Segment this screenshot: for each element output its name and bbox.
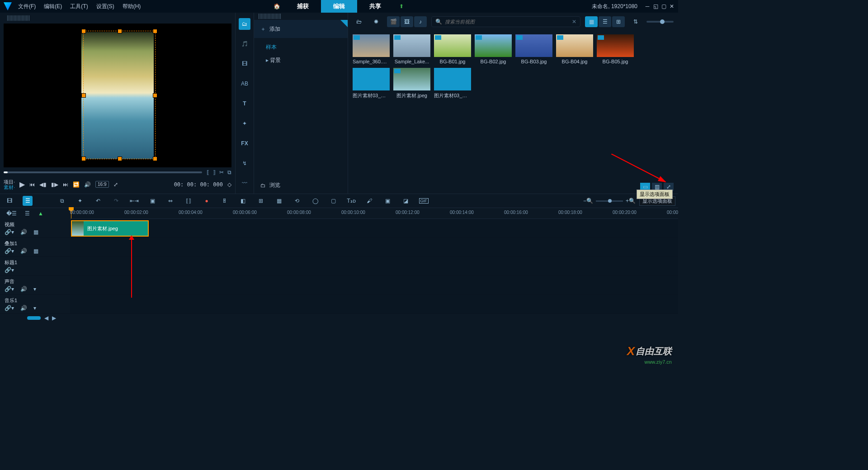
expand-icon[interactable]: ⤢ (113, 181, 118, 188)
handle-br[interactable] (153, 157, 157, 161)
zoom-out-icon[interactable]: −🔍 (583, 196, 593, 206)
filter-image-icon[interactable]: 🖼 (401, 16, 413, 27)
addtrack-icon[interactable]: ▲ (38, 210, 43, 217)
library-thumb[interactable]: BG-B05.jpg (597, 34, 634, 64)
nextframe-button[interactable]: ▮▶ (51, 181, 58, 188)
filter-audio-icon[interactable]: ♪ (414, 16, 427, 27)
tool-trim-icon[interactable]: ⟦⟧ (184, 196, 193, 206)
play-button[interactable]: ▶ (19, 180, 25, 189)
search-input[interactable] (445, 19, 569, 24)
fx-icon[interactable]: FX (239, 138, 250, 149)
path-icon[interactable]: 〰 (239, 177, 250, 189)
win-close[interactable]: ✕ (669, 4, 675, 9)
mute-icon[interactable]: 🔊 (20, 229, 27, 235)
grip-icon[interactable] (259, 14, 281, 19)
timecode-step[interactable]: ◇ (227, 181, 231, 188)
menu-edit[interactable]: 编辑(E) (44, 3, 62, 10)
tool-record-icon[interactable]: ● (202, 196, 212, 206)
zoom-slider[interactable] (596, 200, 623, 202)
grid-icon[interactable]: ▦ (33, 248, 38, 254)
motion-icon[interactable]: 🎞 (239, 58, 250, 70)
grip-icon[interactable] (7, 15, 30, 21)
tool-ripple-icon[interactable]: ⟲ (292, 196, 302, 206)
selection-box[interactable] (83, 31, 156, 159)
media-icon[interactable]: 🗂 (239, 18, 250, 30)
zoom-in-icon[interactable]: +🔍 (626, 196, 636, 206)
tree-sample[interactable]: 样本 (254, 41, 348, 54)
win-minimize[interactable]: ─ (645, 4, 650, 9)
tool-track-icon[interactable]: ▦ (274, 196, 284, 206)
goend-button[interactable]: ⏭ (63, 181, 68, 188)
view-list-icon[interactable]: ☰ (599, 16, 611, 27)
overlay-icon[interactable]: ✦ (239, 118, 250, 129)
chevron-down-icon[interactable]: ▾ (33, 286, 36, 292)
handle-mr[interactable] (153, 93, 157, 98)
scroll-right-icon[interactable]: ▶ (52, 315, 56, 321)
tool-360-icon[interactable]: ◯ (310, 196, 320, 206)
tool-capture-icon[interactable]: ▣ (147, 196, 157, 206)
timeline-view-icon[interactable]: ☰ (23, 196, 33, 206)
library-thumb[interactable]: BG-B04.jpg (556, 34, 593, 64)
library-thumb[interactable]: BG-B01.jpg (434, 34, 471, 64)
grid-icon[interactable]: ▦ (33, 229, 38, 235)
loop-button[interactable]: 🔁 (73, 181, 80, 188)
tool-3dtitle-icon[interactable]: T₃ᴅ (346, 196, 356, 206)
clear-search-icon[interactable]: ✕ (572, 19, 576, 25)
filter-video-icon[interactable]: 🎬 (387, 16, 400, 27)
prevframe-button[interactable]: ◀▮ (39, 181, 47, 188)
tool-mixer-icon[interactable]: 🎚 (220, 196, 230, 206)
thumb-size-slider[interactable] (646, 21, 674, 23)
cut-icon[interactable]: ✂ (219, 169, 224, 176)
sort-icon[interactable]: ⇅ (629, 16, 642, 27)
title-icon[interactable]: T (239, 98, 250, 109)
library-thumb[interactable]: Sample_Lake... (393, 34, 430, 64)
volume-button[interactable]: 🔊 (84, 181, 91, 188)
win-maximize[interactable]: ▢ (661, 4, 666, 9)
search-field[interactable]: 🔍 ✕ (431, 16, 580, 27)
library-thumb[interactable]: BG-B02.jpg (475, 34, 512, 64)
scroll-left-icon[interactable]: ◀ (44, 315, 48, 321)
mute-icon[interactable]: 🔊 (20, 286, 27, 292)
markin-icon[interactable]: ⟦ (207, 169, 209, 176)
tool-chapter-icon[interactable]: ◧ (238, 196, 248, 206)
clip[interactable]: 图片素材.jpeg (71, 220, 149, 237)
library-thumb[interactable]: Sample_360.m... (353, 34, 390, 64)
tool-gif-icon[interactable]: GIF (419, 196, 429, 206)
link-icon[interactable]: 🔗▾ (5, 248, 14, 254)
handle-bl[interactable] (81, 157, 86, 161)
audio-icon[interactable]: 🎵 (239, 38, 250, 50)
tool-copy-icon[interactable]: ⧉ (57, 196, 67, 206)
time-ruler[interactable]: 00:00:00:0000:00:02:0000:00:04:0000:00:0… (70, 208, 678, 219)
chevron-down-icon[interactable]: ▾ (33, 305, 36, 311)
undo-icon[interactable]: ↶ (93, 196, 103, 206)
transition-icon[interactable]: ↯ (239, 157, 250, 169)
add-header[interactable]: ＋ 添加 (254, 20, 348, 38)
menu-tools[interactable]: 工具(T) (70, 3, 88, 10)
listmode-icon[interactable]: �☰ (6, 210, 17, 217)
timecode[interactable]: 00: 00: 00: 000 (174, 181, 223, 188)
link-icon[interactable]: 🔗▾ (5, 229, 14, 235)
home-icon[interactable]: 🏠 (269, 0, 285, 13)
import-settings-icon[interactable]: ✺ (370, 16, 382, 27)
menu-settings[interactable]: 设置(S) (96, 3, 114, 10)
library-thumb[interactable]: 图片素材.jpeg (393, 68, 430, 99)
listmode2-icon[interactable]: ☰ (25, 210, 30, 217)
scroll-thumb[interactable] (27, 316, 41, 320)
tree-background[interactable]: 背景 (254, 54, 348, 67)
win-restore[interactable]: ◱ (653, 4, 658, 9)
library-thumb[interactable]: 图片素材03_副... (353, 68, 390, 99)
menu-help[interactable]: 帮助(H) (123, 3, 141, 10)
view-grid-icon[interactable]: ▦ (585, 16, 598, 27)
redo-icon[interactable]: ↷ (111, 196, 121, 206)
tool-mask-icon[interactable]: ▢ (328, 196, 338, 206)
menu-file[interactable]: 文件(F) (18, 3, 36, 10)
handle-bc[interactable] (118, 157, 122, 161)
aspect-ratio[interactable]: 16:9 (95, 181, 108, 188)
import-folder-icon[interactable]: 🗁 (353, 16, 365, 27)
library-thumb[interactable]: BG-B03.jpg (515, 34, 552, 64)
tool-fx-icon[interactable]: ✦ (75, 196, 85, 206)
tool-color-icon[interactable]: ◪ (401, 196, 410, 206)
link-icon[interactable]: 🔗▾ (5, 305, 14, 311)
tool-split-icon[interactable]: ⇔ (165, 196, 175, 206)
link-icon[interactable]: 🔗▾ (5, 267, 14, 273)
